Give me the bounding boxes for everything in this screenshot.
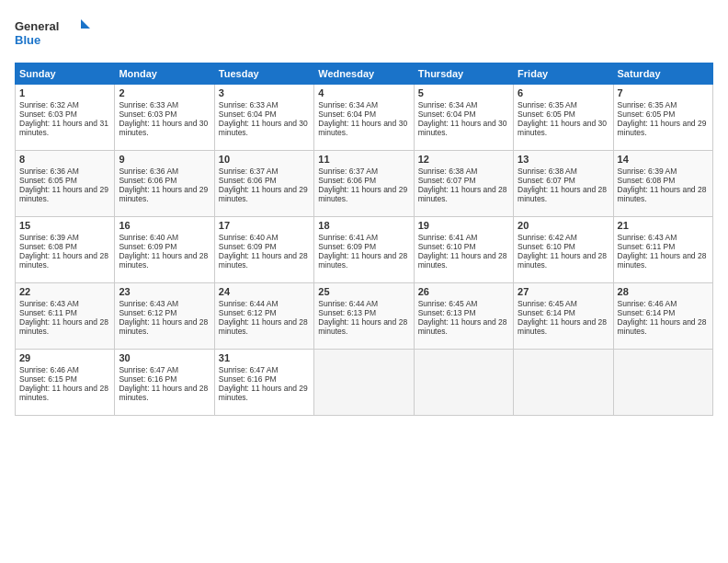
col-header-saturday: Saturday: [613, 63, 712, 85]
sunrise-text: Sunrise: 6:36 AM: [19, 167, 79, 176]
day-cell: 7Sunrise: 6:35 AMSunset: 6:05 PMDaylight…: [613, 85, 712, 151]
day-number: 8: [19, 154, 110, 165]
daylight-label: Daylight: 11 hours and 28 minutes.: [119, 317, 208, 336]
day-number: 19: [418, 220, 509, 231]
sunrise-text: Sunrise: 6:37 AM: [219, 167, 279, 176]
sunrise-text: Sunrise: 6:40 AM: [119, 233, 178, 242]
day-number: 6: [518, 87, 609, 98]
sunrise-text: Sunrise: 6:41 AM: [418, 233, 478, 242]
sunset-text: Sunset: 6:12 PM: [119, 308, 176, 317]
sunset-text: Sunset: 6:03 PM: [19, 109, 77, 119]
daylight-label: Daylight: 11 hours and 29 minutes.: [219, 185, 308, 203]
daylight-label: Daylight: 11 hours and 30 minutes.: [418, 119, 507, 137]
sunrise-text: Sunrise: 6:46 AM: [618, 299, 677, 308]
sunrise-text: Sunrise: 6:35 AM: [518, 100, 577, 109]
day-cell: 24Sunrise: 6:44 AMSunset: 6:12 PMDayligh…: [214, 283, 313, 350]
day-cell: [314, 350, 414, 416]
sunrise-text: Sunrise: 6:46 AM: [19, 365, 79, 374]
day-number: 2: [119, 87, 210, 98]
sunset-text: Sunset: 6:05 PM: [19, 176, 77, 185]
sunset-text: Sunset: 6:07 PM: [518, 176, 575, 185]
day-cell: 18Sunrise: 6:41 AMSunset: 6:09 PMDayligh…: [314, 217, 414, 283]
day-cell: 28Sunrise: 6:46 AMSunset: 6:14 PMDayligh…: [613, 283, 712, 350]
sunrise-text: Sunrise: 6:41 AM: [318, 233, 378, 242]
logo: General Blue: [15, 15, 97, 52]
day-cell: [414, 350, 513, 416]
day-cell: 30Sunrise: 6:47 AMSunset: 6:16 PMDayligh…: [115, 350, 214, 416]
sunset-text: Sunset: 6:07 PM: [418, 176, 476, 185]
day-number: 17: [219, 220, 310, 231]
daylight-label: Daylight: 11 hours and 29 minutes.: [219, 384, 308, 402]
day-cell: 2Sunrise: 6:33 AMSunset: 6:03 PMDaylight…: [115, 85, 214, 151]
day-number: 22: [19, 286, 110, 297]
day-cell: 8Sunrise: 6:36 AMSunset: 6:05 PMDaylight…: [16, 151, 115, 217]
sunset-text: Sunset: 6:08 PM: [618, 176, 676, 185]
sunset-text: Sunset: 6:06 PM: [119, 176, 176, 185]
day-cell: 10Sunrise: 6:37 AMSunset: 6:06 PMDayligh…: [214, 151, 313, 217]
page: General Blue SundayMondayTuesdayWednesda…: [0, 0, 728, 563]
daylight-label: Daylight: 11 hours and 28 minutes.: [418, 185, 507, 203]
sunrise-text: Sunrise: 6:40 AM: [219, 233, 279, 242]
day-number: 29: [19, 352, 110, 363]
day-cell: 26Sunrise: 6:45 AMSunset: 6:13 PMDayligh…: [414, 283, 513, 350]
sunrise-text: Sunrise: 6:39 AM: [618, 167, 677, 176]
header-row: SundayMondayTuesdayWednesdayThursdayFrid…: [16, 63, 713, 85]
sunset-text: Sunset: 6:09 PM: [318, 242, 376, 251]
day-number: 13: [518, 154, 609, 165]
col-header-tuesday: Tuesday: [214, 63, 313, 85]
day-number: 16: [119, 220, 210, 231]
daylight-label: Daylight: 11 hours and 28 minutes.: [618, 317, 707, 336]
day-cell: 15Sunrise: 6:39 AMSunset: 6:08 PMDayligh…: [16, 217, 115, 283]
sunset-text: Sunset: 6:14 PM: [618, 308, 676, 317]
daylight-label: Daylight: 11 hours and 30 minutes.: [318, 119, 407, 137]
sunrise-text: Sunrise: 6:32 AM: [19, 100, 79, 109]
day-number: 24: [219, 286, 310, 297]
day-number: 25: [318, 286, 409, 297]
week-row-2: 8Sunrise: 6:36 AMSunset: 6:05 PMDaylight…: [16, 151, 713, 217]
svg-marker-2: [81, 19, 90, 29]
daylight-label: Daylight: 11 hours and 29 minutes.: [618, 119, 707, 137]
daylight-label: Daylight: 11 hours and 28 minutes.: [618, 251, 707, 270]
week-row-3: 15Sunrise: 6:39 AMSunset: 6:08 PMDayligh…: [16, 217, 713, 283]
sunrise-text: Sunrise: 6:34 AM: [318, 100, 378, 109]
sunrise-text: Sunrise: 6:44 AM: [219, 299, 279, 308]
sunrise-text: Sunrise: 6:44 AM: [318, 299, 378, 308]
day-cell: 17Sunrise: 6:40 AMSunset: 6:09 PMDayligh…: [214, 217, 313, 283]
day-cell: 11Sunrise: 6:37 AMSunset: 6:06 PMDayligh…: [314, 151, 414, 217]
sunset-text: Sunset: 6:04 PM: [418, 109, 476, 119]
day-number: 30: [119, 352, 210, 363]
day-cell: [613, 350, 712, 416]
daylight-label: Daylight: 11 hours and 28 minutes.: [318, 317, 407, 336]
sunset-text: Sunset: 6:11 PM: [618, 242, 676, 251]
day-cell: 1Sunrise: 6:32 AMSunset: 6:03 PMDaylight…: [16, 85, 115, 151]
daylight-label: Daylight: 11 hours and 28 minutes.: [219, 251, 308, 270]
sunrise-text: Sunrise: 6:33 AM: [219, 100, 279, 109]
sunset-text: Sunset: 6:12 PM: [219, 308, 277, 317]
week-row-5: 29Sunrise: 6:46 AMSunset: 6:15 PMDayligh…: [16, 350, 713, 416]
daylight-label: Daylight: 11 hours and 28 minutes.: [119, 384, 208, 402]
day-number: 14: [618, 154, 709, 165]
sunset-text: Sunset: 6:16 PM: [219, 374, 277, 384]
svg-text:General: General: [15, 19, 59, 33]
daylight-label: Daylight: 11 hours and 30 minutes.: [518, 119, 607, 137]
day-cell: 21Sunrise: 6:43 AMSunset: 6:11 PMDayligh…: [613, 217, 712, 283]
daylight-label: Daylight: 11 hours and 31 minutes.: [19, 119, 108, 137]
day-cell: 16Sunrise: 6:40 AMSunset: 6:09 PMDayligh…: [115, 217, 214, 283]
daylight-label: Daylight: 11 hours and 29 minutes.: [119, 185, 208, 203]
daylight-label: Daylight: 11 hours and 28 minutes.: [518, 251, 607, 270]
daylight-label: Daylight: 11 hours and 30 minutes.: [119, 119, 208, 137]
daylight-label: Daylight: 11 hours and 28 minutes.: [119, 251, 208, 270]
day-cell: 29Sunrise: 6:46 AMSunset: 6:15 PMDayligh…: [16, 350, 115, 416]
sunrise-text: Sunrise: 6:38 AM: [418, 167, 478, 176]
daylight-label: Daylight: 11 hours and 28 minutes.: [418, 317, 507, 336]
sunset-text: Sunset: 6:04 PM: [219, 109, 277, 119]
sunrise-text: Sunrise: 6:43 AM: [119, 299, 178, 308]
sunset-text: Sunset: 6:13 PM: [318, 308, 376, 317]
day-number: 12: [418, 154, 509, 165]
day-cell: [514, 350, 613, 416]
daylight-label: Daylight: 11 hours and 28 minutes.: [19, 251, 108, 270]
sunrise-text: Sunrise: 6:47 AM: [119, 365, 178, 374]
generalblue-logo: General Blue: [15, 15, 97, 52]
daylight-label: Daylight: 11 hours and 28 minutes.: [19, 317, 108, 336]
day-cell: 4Sunrise: 6:34 AMSunset: 6:04 PMDaylight…: [314, 85, 414, 151]
